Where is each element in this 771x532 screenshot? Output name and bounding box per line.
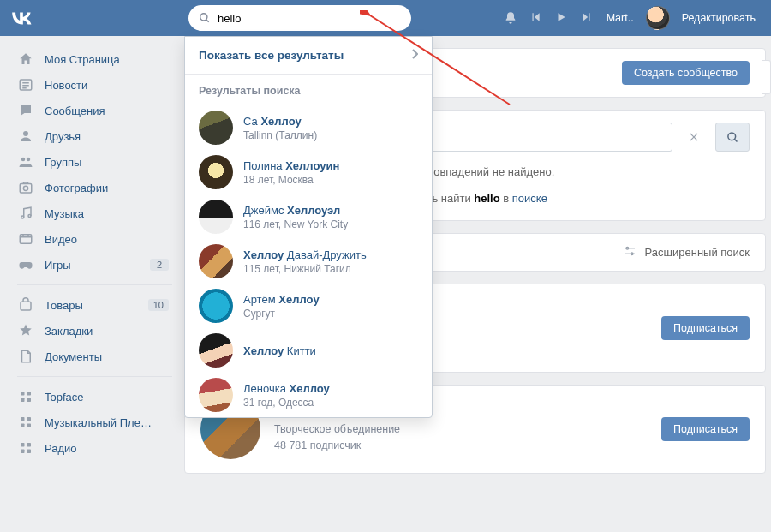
svg-rect-27 bbox=[27, 424, 32, 428]
svg-rect-29 bbox=[27, 443, 32, 447]
subscribe-button[interactable]: Подписаться bbox=[661, 316, 750, 340]
sidebar-item[interactable]: Группы bbox=[17, 149, 184, 175]
dropdown-result-item[interactable]: Джеймс Хеллоуэл116 лет, New York City bbox=[185, 194, 432, 239]
svg-rect-20 bbox=[21, 392, 25, 396]
sidebar-item-label: Музыка bbox=[45, 207, 169, 220]
games-icon bbox=[17, 256, 34, 273]
sidebar-item[interactable]: Новости bbox=[17, 72, 184, 98]
svg-rect-30 bbox=[21, 450, 25, 454]
news-icon bbox=[17, 76, 34, 93]
subscribe-button[interactable]: Подписаться bbox=[661, 417, 750, 441]
sidebar-item[interactable]: Музыкальный Пле… bbox=[17, 409, 184, 435]
svg-point-38 bbox=[626, 247, 629, 249]
right-panel-edge bbox=[762, 60, 771, 94]
result-subtitle: 18 лет, Москва bbox=[243, 174, 339, 186]
dropdown-result-item[interactable]: Леночка Хеллоу31 год, Одесса bbox=[185, 373, 432, 417]
music-icon bbox=[17, 205, 34, 222]
home-icon bbox=[17, 51, 34, 68]
doc-icon bbox=[17, 348, 34, 365]
result-name: Хеллоу Китти bbox=[243, 344, 316, 357]
create-community-button[interactable]: Создать сообщество bbox=[622, 61, 750, 85]
sidebar-item[interactable]: Видео bbox=[17, 226, 184, 252]
header-edit-link[interactable]: Редактировать bbox=[682, 12, 756, 24]
chevron-right-icon bbox=[411, 49, 418, 62]
sliders-icon bbox=[623, 244, 637, 260]
app-icon bbox=[17, 439, 34, 457]
sidebar-item[interactable]: Документы bbox=[17, 344, 184, 369]
sidebar-item-label: Видео bbox=[45, 233, 169, 246]
market-icon bbox=[17, 296, 34, 314]
sidebar-item-label: Закладки bbox=[45, 325, 169, 338]
svg-point-8 bbox=[23, 131, 28, 136]
dropdown-result-item[interactable]: Хеллоу Давай-Дружить115 лет, Нижний Таги… bbox=[185, 239, 432, 284]
search-link[interactable]: поиске bbox=[512, 192, 547, 205]
result-name: Артём Хеллоу bbox=[243, 293, 320, 306]
sidebar-item[interactable]: Сообщения bbox=[17, 98, 184, 123]
svg-point-13 bbox=[21, 216, 24, 218]
svg-rect-23 bbox=[27, 398, 32, 403]
dropdown-result-item[interactable]: Хеллоу Китти bbox=[185, 328, 432, 373]
dropdown-result-item[interactable]: Артём ХеллоуСургут bbox=[185, 284, 432, 328]
svg-rect-19 bbox=[21, 302, 31, 310]
next-icon[interactable] bbox=[581, 11, 595, 25]
result-avatar bbox=[199, 333, 233, 368]
prev-icon[interactable] bbox=[529, 11, 543, 25]
sidebar-item-label: Музыкальный Пле… bbox=[45, 416, 169, 429]
svg-rect-28 bbox=[21, 443, 25, 447]
search-dropdown: Показать все результаты Результаты поиск… bbox=[184, 36, 433, 418]
header-search bbox=[188, 5, 411, 31]
sidebar-item-label: Радио bbox=[45, 442, 169, 455]
sidebar-item[interactable]: Друзья bbox=[17, 123, 184, 149]
clear-icon[interactable] bbox=[679, 123, 708, 152]
svg-rect-24 bbox=[21, 417, 25, 421]
msg-icon bbox=[17, 102, 34, 119]
header-username[interactable]: Mart.. bbox=[607, 12, 634, 24]
svg-point-14 bbox=[28, 215, 31, 218]
photo-icon bbox=[17, 179, 34, 196]
result-subtitle: Сургут bbox=[243, 308, 320, 320]
dropdown-result-item[interactable]: Са ХеллоуTallinn (Таллин) bbox=[185, 105, 432, 150]
sidebar-badge: 2 bbox=[150, 259, 169, 271]
sidebar-item[interactable]: Фотографии bbox=[17, 175, 184, 200]
result-avatar bbox=[199, 244, 233, 278]
result-avatar bbox=[199, 378, 233, 412]
svg-rect-26 bbox=[21, 424, 25, 428]
result-subtitle: 31 год, Одесса bbox=[243, 397, 330, 409]
search-icon bbox=[199, 12, 211, 24]
header-right: Mart.. Редактировать bbox=[504, 6, 771, 30]
sidebar-item[interactable]: Игры2 bbox=[17, 252, 184, 278]
svg-point-9 bbox=[21, 158, 26, 162]
result-avatar bbox=[199, 289, 233, 323]
svg-rect-31 bbox=[27, 450, 32, 454]
sidebar-item[interactable]: Topface bbox=[17, 384, 184, 409]
show-all-results[interactable]: Показать все результаты bbox=[185, 37, 432, 75]
sidebar-item-label: Моя Страница bbox=[45, 53, 169, 66]
search-button[interactable] bbox=[715, 123, 750, 152]
sidebar-item[interactable]: Моя Страница bbox=[17, 46, 184, 72]
video-icon bbox=[17, 230, 34, 248]
svg-rect-15 bbox=[20, 235, 32, 244]
sidebar-item[interactable]: Товары10 bbox=[17, 292, 184, 318]
sidebar-item[interactable]: Музыка bbox=[17, 200, 184, 226]
bell-icon[interactable] bbox=[504, 11, 517, 25]
header-avatar[interactable] bbox=[646, 6, 670, 30]
play-icon[interactable] bbox=[555, 11, 569, 25]
app-icon bbox=[17, 388, 34, 405]
result-subtitle: Tallinn (Таллин) bbox=[243, 129, 317, 141]
svg-rect-22 bbox=[21, 398, 25, 403]
vk-logo[interactable] bbox=[0, 11, 43, 25]
result-name: Леночка Хеллоу bbox=[243, 382, 330, 395]
dropdown-result-item[interactable]: Полина Хеллоуин18 лет, Москва bbox=[185, 150, 432, 194]
advanced-search-label: Расширенный поиск bbox=[645, 246, 750, 259]
sidebar-item-label: Сообщения bbox=[45, 105, 169, 117]
svg-point-10 bbox=[27, 158, 31, 162]
svg-line-35 bbox=[734, 139, 737, 141]
result-type: Творческое объединение bbox=[274, 421, 648, 438]
result-avatar bbox=[199, 111, 233, 145]
sidebar-item[interactable]: Закладки bbox=[17, 318, 184, 344]
sidebar-item[interactable]: Радио bbox=[17, 435, 184, 461]
search-input[interactable] bbox=[188, 5, 411, 31]
result-subs: 48 781 подписчик bbox=[274, 438, 648, 454]
svg-rect-11 bbox=[20, 184, 32, 194]
result-avatar bbox=[199, 155, 233, 189]
